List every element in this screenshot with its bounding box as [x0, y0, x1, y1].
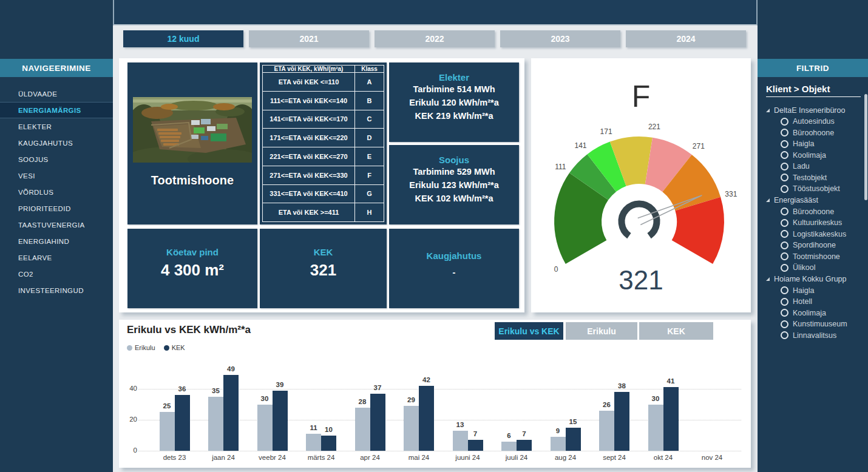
radio-circle-icon[interactable] — [781, 163, 788, 170]
bar-erikulu-sept-24[interactable] — [599, 411, 614, 451]
object-name-caption: Tootmishoone — [127, 174, 257, 187]
filter-item-tootmishoone[interactable]: Tootmishoone — [758, 251, 868, 263]
filter-group-label: DeltaE Inseneribüroo — [774, 106, 845, 115]
filter-item-testobjekt[interactable]: Testobjekt — [758, 172, 868, 184]
radio-circle-icon[interactable] — [781, 151, 788, 159]
bar-kek-veebr-24[interactable] — [273, 391, 288, 451]
bar-kek-apr-24[interactable] — [370, 394, 385, 451]
radio-circle-icon[interactable] — [781, 129, 788, 137]
filter-item-hotell[interactable]: Hotell — [758, 296, 868, 308]
class-letter-cell: G — [355, 184, 384, 203]
x-axis-label: märts 24 — [296, 454, 347, 461]
radio-circle-icon[interactable] — [781, 174, 788, 181]
class-letter-cell: H — [355, 203, 384, 222]
filter-group-hoiame-kokku-grupp[interactable]: Hoiame Kokku Grupp — [758, 274, 868, 285]
filter-item-haigla[interactable]: Haigla — [758, 138, 868, 150]
filter-item-kunstimuuseum[interactable]: Kunstimuuseum — [758, 319, 868, 330]
nav-item-eelarve[interactable]: EELARVE — [0, 249, 113, 266]
bar-kek-okt-24[interactable] — [663, 387, 679, 451]
filter-item-büroohoone[interactable]: Büroohoone — [758, 127, 868, 139]
filter-item-label: Ladu — [793, 162, 810, 170]
radio-circle-icon[interactable] — [781, 230, 788, 238]
bar-erikulu-mai-24[interactable] — [404, 406, 419, 451]
radio-circle-icon[interactable] — [781, 118, 788, 126]
nav-item-elekter[interactable]: ELEKTER — [0, 118, 113, 135]
bar-value-label: 38 — [610, 382, 634, 389]
x-axis-label: juuli 24 — [491, 454, 542, 461]
radio-circle-icon[interactable] — [781, 298, 788, 306]
radio-circle-icon[interactable] — [781, 185, 788, 193]
filter-item-ülikool[interactable]: Ülikool — [758, 262, 868, 274]
bar-kek-dets-23[interactable] — [175, 395, 190, 451]
filter-item-linnavalitsus[interactable]: Linnavalitsus — [758, 330, 868, 342]
nav-item-vesi[interactable]: VESI — [0, 167, 113, 184]
filter-item-büroohoone[interactable]: Büroohoone — [758, 206, 868, 218]
gauge-tick-label: 111 — [555, 163, 566, 171]
filter-group-energiasääst[interactable]: Energiasääst — [758, 195, 868, 206]
radio-circle-icon[interactable] — [781, 140, 788, 148]
filter-item-spordihoone[interactable]: Spordihoone — [758, 240, 868, 251]
bar-kek-aug-24[interactable] — [566, 428, 581, 451]
radio-circle-icon[interactable] — [781, 241, 788, 249]
bar-erikulu-märts-24[interactable] — [306, 434, 321, 451]
nav-item-prioriteedid[interactable]: PRIORITEEDID — [0, 200, 113, 217]
class-letter-cell: A — [355, 73, 384, 92]
bar-erikulu-veebr-24[interactable] — [257, 405, 273, 451]
nav-item-taastuvenergia[interactable]: TAASTUVENERGIA — [0, 217, 113, 233]
filter-item-koolimaja[interactable]: Koolimaja — [758, 308, 868, 319]
radio-circle-icon[interactable] — [781, 207, 788, 215]
filter-item-tööstusobjekt[interactable]: Tööstusobjekt — [758, 183, 868, 195]
nav-item-soojus[interactable]: SOOJUS — [0, 151, 113, 167]
filter-item-kultuurikeskus[interactable]: Kultuurikeskus — [758, 217, 868, 229]
nav-item-energiahind[interactable]: ENERGIAHIND — [0, 233, 113, 249]
kek-value: 321 — [260, 261, 387, 280]
energy-class-gauge-panel[interactable]: F 0111141171221271331 321 — [531, 58, 751, 312]
bar-erikulu-jaan-24[interactable] — [208, 397, 223, 451]
radio-circle-icon[interactable] — [781, 252, 788, 260]
bar-erikulu-juuli-24[interactable] — [501, 442, 517, 451]
filter-item-logistikakeskus[interactable]: Logistikakeskus — [758, 229, 868, 240]
nav-item-võrdlus[interactable]: VÕRDLUS — [0, 184, 113, 200]
filter-tree-scrollbar[interactable] — [864, 94, 867, 200]
nav-item-co2[interactable]: CO2 — [0, 266, 113, 282]
class-table-header-class: Klass — [355, 66, 384, 73]
radio-circle-icon[interactable] — [781, 309, 788, 317]
elekter-kpi-card: Elekter Tarbimine 514 MWh Erikulu 120 kW… — [389, 62, 519, 142]
bar-kek-jaan-24[interactable] — [223, 375, 239, 451]
bar-value-label: 49 — [219, 365, 243, 373]
filter-item-ladu[interactable]: Ladu — [758, 161, 868, 172]
radio-circle-icon[interactable] — [781, 331, 788, 339]
tab-2023[interactable]: 2023 — [500, 30, 620, 47]
bar-kek-mai-24[interactable] — [419, 386, 434, 451]
bar-chart-plot[interactable]: 020402536dets 233549jaan 243039veebr 241… — [119, 320, 751, 468]
x-axis-label: apr 24 — [345, 454, 396, 461]
tab-2024[interactable]: 2024 — [626, 30, 746, 47]
bar-kek-märts-24[interactable] — [321, 436, 336, 451]
bar-kek-juuli-24[interactable] — [517, 440, 532, 451]
filter-group-deltae-inseneribüroo[interactable]: DeltaE Inseneribüroo — [758, 104, 868, 116]
tab-2022[interactable]: 2022 — [375, 30, 495, 47]
collapse-caret-icon — [766, 277, 770, 281]
bar-erikulu-aug-24[interactable] — [551, 437, 566, 451]
elekter-line: Tarbimine 514 MWh — [389, 83, 519, 96]
class-letter-cell: B — [355, 91, 384, 110]
tab-12-kuud[interactable]: 12 kuud — [123, 30, 243, 47]
radio-circle-icon[interactable] — [781, 219, 788, 227]
filter-item-autoesindus[interactable]: Autoesindus — [758, 116, 868, 127]
tab-2021[interactable]: 2021 — [249, 30, 369, 47]
radio-circle-icon[interactable] — [781, 320, 788, 328]
nav-item-kaugjahutus[interactable]: KAUGJAHUTUS — [0, 135, 113, 151]
nav-item-energiamärgis[interactable]: ENERGIAMÄRGIS — [0, 102, 113, 118]
bar-kek-sept-24[interactable] — [614, 392, 629, 451]
bar-erikulu-okt-24[interactable] — [648, 405, 663, 451]
filter-item-haigla[interactable]: Haigla — [758, 285, 868, 297]
nav-item-investeeringud[interactable]: INVESTEERINGUD — [0, 282, 113, 298]
filter-item-label: Koolimaja — [793, 151, 826, 160]
bar-erikulu-apr-24[interactable] — [355, 408, 370, 451]
radio-circle-icon[interactable] — [781, 286, 788, 294]
filter-item-koolimaja[interactable]: Koolimaja — [758, 150, 868, 161]
bar-erikulu-dets-23[interactable] — [160, 412, 175, 451]
radio-circle-icon[interactable] — [781, 264, 788, 272]
bar-kek-juuni-24[interactable] — [468, 440, 483, 451]
nav-item-üldvaade[interactable]: ÜLDVAADE — [0, 86, 113, 102]
